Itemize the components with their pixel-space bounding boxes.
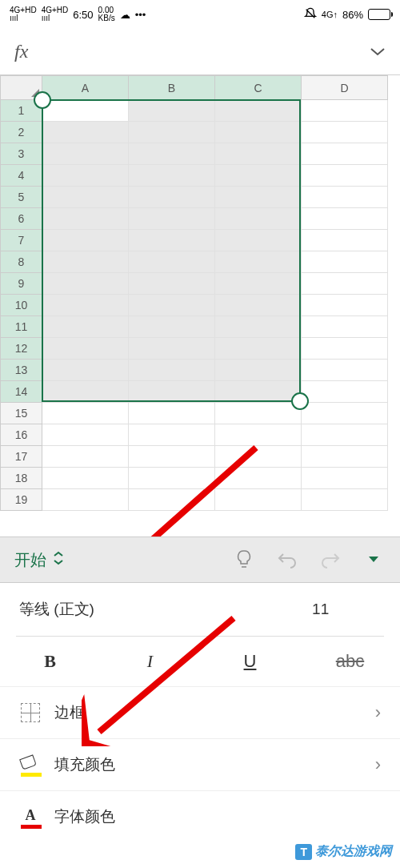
column-header-B[interactable]: B	[129, 76, 215, 100]
menu-border[interactable]: 边框 ›	[0, 686, 400, 738]
underline-button[interactable]: U	[200, 651, 300, 672]
cell-D11[interactable]	[302, 316, 388, 338]
spreadsheet-grid[interactable]: ABCD12345678910111213141516171819	[0, 75, 400, 536]
row-header-3[interactable]: 3	[1, 143, 42, 165]
cell-B18[interactable]	[129, 468, 215, 489]
cell-B19[interactable]	[129, 489, 215, 511]
cell-A16[interactable]	[42, 424, 129, 446]
row-header-5[interactable]: 5	[1, 187, 42, 208]
column-header-C[interactable]: C	[215, 76, 302, 100]
lightbulb-icon[interactable]	[232, 548, 256, 572]
cell-A19[interactable]	[42, 489, 129, 511]
cell-B17[interactable]	[129, 446, 215, 468]
cell-B2[interactable]	[129, 122, 215, 143]
chevron-down-icon[interactable]	[370, 45, 386, 59]
formula-bar[interactable]: fx	[0, 29, 400, 75]
selection-handle-top-left[interactable]	[34, 91, 51, 109]
cell-B7[interactable]	[129, 230, 215, 251]
cell-B6[interactable]	[129, 208, 215, 230]
cell-A18[interactable]	[42, 468, 129, 489]
cell-A6[interactable]	[42, 208, 129, 230]
dropdown-icon[interactable]	[362, 548, 386, 572]
row-header-11[interactable]: 11	[1, 316, 42, 338]
cell-D6[interactable]	[302, 208, 388, 230]
cell-B8[interactable]	[129, 251, 215, 273]
cell-D4[interactable]	[302, 165, 388, 187]
cell-C19[interactable]	[215, 489, 302, 511]
menu-font-color[interactable]: A 字体颜色	[0, 790, 400, 842]
redo-icon[interactable]	[318, 548, 342, 572]
cell-B12[interactable]	[129, 338, 215, 360]
row-header-18[interactable]: 18	[1, 468, 42, 489]
cell-A12[interactable]	[42, 338, 129, 360]
row-header-17[interactable]: 17	[1, 446, 42, 468]
cell-C6[interactable]	[215, 208, 302, 230]
selection-handle-bottom-right[interactable]	[291, 392, 309, 410]
cell-A9[interactable]	[42, 273, 129, 295]
row-header-2[interactable]: 2	[1, 122, 42, 143]
cell-C12[interactable]	[215, 338, 302, 360]
cell-D16[interactable]	[302, 424, 388, 446]
cell-C4[interactable]	[215, 165, 302, 187]
cell-D7[interactable]	[302, 230, 388, 251]
cell-D3[interactable]	[302, 143, 388, 165]
menu-fill-color[interactable]: 填充颜色 ›	[0, 738, 400, 790]
cell-A14[interactable]	[42, 381, 129, 403]
cell-B16[interactable]	[129, 424, 215, 446]
cell-C2[interactable]	[215, 122, 302, 143]
cell-B9[interactable]	[129, 273, 215, 295]
cell-D17[interactable]	[302, 446, 388, 468]
tab-start[interactable]: 开始	[14, 549, 64, 571]
cell-D5[interactable]	[302, 187, 388, 208]
cell-D9[interactable]	[302, 273, 388, 295]
cell-A8[interactable]	[42, 251, 129, 273]
cell-C5[interactable]	[215, 187, 302, 208]
cell-A2[interactable]	[42, 122, 129, 143]
cell-A15[interactable]	[42, 403, 129, 424]
cell-A5[interactable]	[42, 187, 129, 208]
italic-button[interactable]: I	[100, 651, 200, 672]
row-header-7[interactable]: 7	[1, 230, 42, 251]
cell-D14[interactable]	[302, 381, 388, 403]
row-header-13[interactable]: 13	[1, 360, 42, 381]
cell-C14[interactable]	[215, 381, 302, 403]
cell-D15[interactable]	[302, 403, 388, 424]
cell-C16[interactable]	[215, 424, 302, 446]
cell-C9[interactable]	[215, 273, 302, 295]
row-header-12[interactable]: 12	[1, 338, 42, 360]
cell-D1[interactable]	[302, 100, 388, 122]
font-name-selector[interactable]: 等线 (正文)	[19, 599, 260, 620]
cell-A4[interactable]	[42, 165, 129, 187]
cell-C13[interactable]	[215, 360, 302, 381]
column-header-D[interactable]: D	[302, 76, 388, 100]
cell-A13[interactable]	[42, 360, 129, 381]
cell-B14[interactable]	[129, 381, 215, 403]
cell-A7[interactable]	[42, 230, 129, 251]
cell-A1[interactable]	[42, 100, 129, 122]
cell-C10[interactable]	[215, 295, 302, 316]
row-header-6[interactable]: 6	[1, 208, 42, 230]
cell-B1[interactable]	[129, 100, 215, 122]
column-header-A[interactable]: A	[42, 76, 129, 100]
cell-A11[interactable]	[42, 316, 129, 338]
cell-D13[interactable]	[302, 360, 388, 381]
undo-icon[interactable]	[275, 548, 299, 572]
cell-C15[interactable]	[215, 403, 302, 424]
cell-D8[interactable]	[302, 251, 388, 273]
font-size-selector[interactable]: 11	[260, 601, 381, 618]
cell-B13[interactable]	[129, 360, 215, 381]
strikethrough-button[interactable]: abc	[300, 651, 400, 672]
cell-C11[interactable]	[215, 316, 302, 338]
row-header-19[interactable]: 19	[1, 489, 42, 511]
cell-D18[interactable]	[302, 468, 388, 489]
cell-C1[interactable]	[215, 100, 302, 122]
cell-D19[interactable]	[302, 489, 388, 511]
cell-D10[interactable]	[302, 295, 388, 316]
row-header-4[interactable]: 4	[1, 165, 42, 187]
cell-B3[interactable]	[129, 143, 215, 165]
row-header-9[interactable]: 9	[1, 273, 42, 295]
row-header-10[interactable]: 10	[1, 295, 42, 316]
cell-C7[interactable]	[215, 230, 302, 251]
cell-C8[interactable]	[215, 251, 302, 273]
cell-C17[interactable]	[215, 446, 302, 468]
